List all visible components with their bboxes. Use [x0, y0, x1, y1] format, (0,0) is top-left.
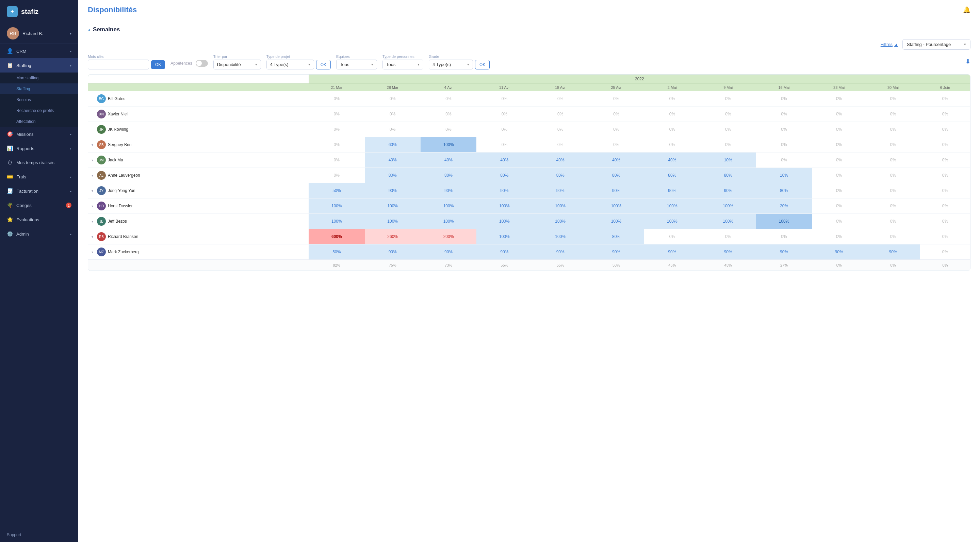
trier-par-dropdown[interactable]: Disponibilité ▾ [213, 60, 261, 69]
notification-bell-icon[interactable]: 🔔 [963, 6, 970, 14]
data-cell: 90% [533, 183, 588, 198]
sidebar-item-staffing[interactable]: 📋 Staffing ▾ [0, 58, 78, 73]
row-expand-icon[interactable]: ▾ [92, 235, 95, 239]
sidebar-item-admin[interactable]: ⚙️ Admin ▸ [0, 227, 78, 241]
download-icon[interactable]: ⬇ [966, 58, 970, 65]
row-expand-icon[interactable]: ▾ [92, 189, 95, 193]
person-name-cell: ▾JBJeff Bezos [88, 214, 309, 229]
table-row: XNXavier Niel0%0%0%0%0%0%0%0%0%0%0%0% [88, 107, 970, 122]
person-name-label: Xavier Niel [108, 112, 127, 116]
data-cell: 80% [644, 168, 700, 183]
type-projet-dropdown[interactable]: 4 Type(s) ▾ [266, 60, 314, 69]
data-cell: 100% [700, 198, 756, 214]
data-cell: 0% [866, 91, 920, 107]
type-personnes-value: Tous [386, 62, 395, 67]
type-personnes-label: Type de personnes [382, 54, 423, 59]
staffing-submenu: Mon staffing Staffing Besoins Recherche … [0, 73, 78, 127]
sidebar-item-mes-temps[interactable]: ⏱ Mes temps réalisés [0, 156, 78, 169]
data-cell: 0% [812, 137, 866, 153]
semaines-chevron-icon: ◂ [88, 27, 90, 32]
eval-icon: ⭐ [7, 217, 13, 223]
summary-cell: 55% [476, 260, 532, 271]
grade-label: Grade [429, 54, 490, 59]
data-cell: 0% [920, 198, 970, 214]
staffing-icon: 📋 [7, 62, 13, 69]
support-button[interactable]: Support [0, 528, 78, 542]
data-cell: 90% [365, 244, 421, 260]
view-dropdown[interactable]: Staffing - Pourcentage ▾ [902, 39, 970, 50]
data-cell: 0% [812, 198, 866, 214]
sidebar-item-label: Staffing [16, 63, 66, 68]
date-column-header: 11 Avr [476, 84, 532, 92]
person-name-label: Bill Gates [108, 96, 125, 101]
data-cell: 0% [533, 107, 588, 122]
row-expand-icon[interactable]: ▾ [92, 220, 95, 223]
data-cell: 100% [476, 198, 532, 214]
type-personnes-dropdown[interactable]: Tous ▾ [382, 60, 423, 69]
data-cell: 90% [476, 244, 532, 260]
sidebar-item-recherche[interactable]: Recherche de profils [0, 105, 78, 116]
data-cell: 90% [644, 244, 700, 260]
chevron-right-icon: ▸ [70, 232, 72, 236]
sidebar-item-facturation[interactable]: 🧾 Facturation ▸ [0, 184, 78, 198]
appetences-toggle[interactable] [196, 60, 208, 67]
grade-dropdown[interactable]: 4 Type(s) ▾ [429, 60, 473, 69]
data-cell: 0% [920, 229, 970, 244]
row-expand-icon[interactable]: ▾ [92, 174, 95, 177]
rapports-icon: 📊 [7, 145, 13, 151]
data-cell: 50% [309, 183, 364, 198]
person-name-label: Jeff Bezos [108, 219, 127, 224]
data-cell: 0% [866, 107, 920, 122]
row-expand-icon[interactable]: ▾ [92, 250, 95, 254]
mots-cles-input[interactable] [88, 60, 149, 69]
data-cell: 100% [365, 198, 421, 214]
mots-cles-ok-button[interactable]: OK [151, 60, 165, 69]
user-section[interactable]: RB Richard B. ▾ [0, 23, 78, 44]
row-expand-icon[interactable]: ▾ [92, 143, 95, 147]
semaines-title: Semaines [93, 26, 120, 33]
sidebar-item-conges[interactable]: 🌴 Congés 1 [0, 198, 78, 212]
person-name-cell: BGBill Gates [88, 91, 309, 107]
sidebar-item-rapports[interactable]: 📊 Rapports ▸ [0, 141, 78, 156]
sidebar-item-crm[interactable]: 👤 CRM ▸ [0, 44, 78, 58]
sidebar-item-label: Congés [16, 203, 63, 208]
table-row: ▾JYJong-Yong Yun50%90%90%90%90%90%90%90%… [88, 183, 970, 198]
grade-ok-button[interactable]: OK [475, 60, 490, 69]
sidebar-item-besoins[interactable]: Besoins [0, 94, 78, 105]
summary-cell: 0% [920, 260, 970, 271]
appetences-group: Appétences [170, 57, 208, 67]
equipes-dropdown[interactable]: Tous ▾ [336, 60, 377, 69]
data-cell: 80% [588, 168, 644, 183]
row-expand-icon[interactable]: ▾ [92, 204, 95, 208]
sidebar-item-mon-staffing[interactable]: Mon staffing [0, 73, 78, 83]
person-name-cell: ▾RBRichard Branson [88, 229, 309, 244]
sidebar-item-missions[interactable]: 🎯 Missions ▸ [0, 127, 78, 141]
sidebar-item-affectation[interactable]: Affectation [0, 116, 78, 127]
data-cell: 10% [756, 168, 812, 183]
date-column-header: 18 Avr [533, 84, 588, 92]
semaines-section-header[interactable]: ◂ Semaines [88, 26, 970, 33]
sidebar-item-label: Frais [16, 174, 66, 179]
data-cell: 0% [866, 214, 920, 229]
grade-value: 4 Type(s) [433, 62, 451, 67]
data-cell: 100% [588, 198, 644, 214]
filtres-button[interactable]: Filtres ▲ [881, 42, 898, 47]
sidebar-item-evaluations[interactable]: ⭐ Evaluations [0, 212, 78, 227]
person-avatar: AL [97, 171, 106, 180]
table-row: ▾JMJack Ma0%40%40%40%40%40%40%10%0%0%0%0… [88, 153, 970, 168]
data-cell: 0% [756, 229, 812, 244]
sidebar-item-staffing-sub[interactable]: Staffing [0, 83, 78, 94]
data-cell: 600% [309, 229, 364, 244]
row-expand-icon[interactable]: ▾ [92, 158, 95, 162]
grade-group: Grade 4 Type(s) ▾ OK [429, 54, 490, 69]
data-cell: 100% [421, 137, 476, 153]
sidebar-item-frais[interactable]: 💳 Frais ▸ [0, 169, 78, 184]
data-cell: 0% [700, 91, 756, 107]
data-cell: 0% [421, 107, 476, 122]
type-projet-ok-button[interactable]: OK [316, 60, 331, 69]
table-row: ▾HDHorst Dassler100%100%100%100%100%100%… [88, 198, 970, 214]
appetences-text: Appétences [170, 61, 192, 66]
data-cell: 0% [421, 122, 476, 137]
data-cell: 40% [644, 153, 700, 168]
type-projet-value: 4 Type(s) [270, 62, 288, 67]
